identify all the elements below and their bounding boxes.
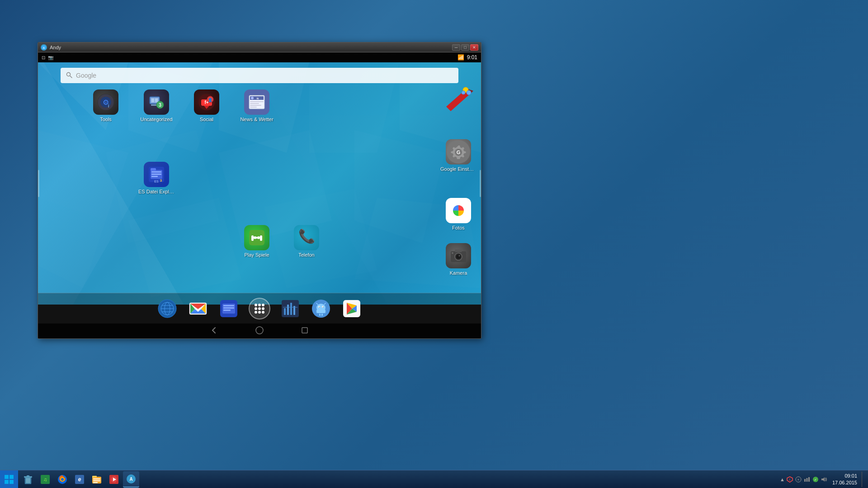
android-emulator: ⊡ 📷 📶 9:01 <box>38 52 481 338</box>
dock-gmail[interactable] <box>187 298 209 319</box>
search-icon <box>66 72 72 80</box>
recent-apps-button[interactable] <box>300 326 309 337</box>
svg-point-90 <box>258 304 261 306</box>
svg-rect-129 <box>9 480 14 484</box>
maximize-button[interactable]: □ <box>461 44 469 51</box>
wifi-icon: 📶 <box>458 54 464 61</box>
dock-andy-robot[interactable] <box>310 298 332 319</box>
app-camera[interactable]: Kamera <box>440 243 476 276</box>
app-tools[interactable]: ⚙ i Tools <box>88 89 124 122</box>
social-label: Social <box>200 117 213 122</box>
svg-rect-116 <box>321 314 323 316</box>
google-settings-label: Google Einstell... <box>440 166 476 172</box>
start-button[interactable] <box>0 470 18 488</box>
svg-rect-52 <box>151 168 156 171</box>
svg-rect-114 <box>324 310 326 313</box>
taskbar-firefox[interactable] <box>54 471 71 488</box>
taskbar-recycle-bin[interactable] <box>20 471 36 488</box>
system-clock[interactable]: 09:01 17.06.2015 <box>830 473 860 486</box>
svg-rect-144 <box>92 476 97 478</box>
status-right: 📶 9:01 <box>458 54 477 61</box>
dock-play-store[interactable] <box>341 298 363 319</box>
svg-rect-38 <box>250 101 264 102</box>
svg-rect-127 <box>9 475 14 479</box>
uncategorized-label: Uncategorized <box>141 117 173 122</box>
svg-rect-106 <box>317 308 325 313</box>
svg-line-16 <box>70 76 72 78</box>
svg-rect-49 <box>151 171 161 173</box>
svg-rect-23 <box>151 99 154 102</box>
svg-point-95 <box>255 311 257 314</box>
left-scroll-indicator <box>38 170 39 197</box>
tray-green-icon[interactable]: ✓ <box>812 476 819 483</box>
svg-point-97 <box>262 311 264 314</box>
app-phone[interactable]: 📞 Telefon <box>288 225 325 258</box>
app-news-wetter[interactable]: N News & Wetter <box>239 89 275 122</box>
home-button[interactable] <box>255 326 264 337</box>
svg-point-89 <box>255 304 257 306</box>
phone-label: Telefon <box>298 252 314 258</box>
tray-security-icon[interactable]: ! <box>786 476 793 483</box>
taskbar-file-manager[interactable] <box>89 471 105 488</box>
search-placeholder: Google <box>76 72 96 79</box>
app-social[interactable]: f+ 👤 Social <box>189 89 225 122</box>
tray-icon-1[interactable]: ✕ <box>795 476 802 483</box>
app-play-spiele[interactable]: Play Spiele <box>239 225 275 258</box>
title-bar: A Andy ─ □ ✕ <box>38 42 481 52</box>
search-bar[interactable]: Google <box>61 68 458 83</box>
svg-point-124 <box>256 327 263 334</box>
back-button[interactable] <box>210 326 219 337</box>
window-controls: ─ □ ✕ <box>452 44 478 51</box>
svg-rect-67 <box>455 249 462 252</box>
app-es-file[interactable]: ES 3 ES Datei Explor... <box>138 162 175 194</box>
taskbar-media[interactable] <box>106 471 122 488</box>
close-button[interactable]: ✕ <box>470 44 478 51</box>
svg-text:!: ! <box>789 478 790 481</box>
window-title: Andy <box>50 45 449 50</box>
play-spiele-icon-img <box>244 225 269 250</box>
show-desktop-button[interactable] <box>862 472 864 487</box>
book-icon-img <box>443 85 474 112</box>
svg-text:A: A <box>129 477 132 482</box>
svg-point-93 <box>258 307 261 310</box>
app-uncategorized[interactable]: 3 Uncategorized <box>138 89 175 122</box>
clock-date: 17.06.2015 <box>832 479 857 486</box>
app-photos[interactable]: Fotos <box>440 198 476 230</box>
dock-es-file[interactable] <box>218 298 240 319</box>
minimize-button[interactable]: ─ <box>452 44 460 51</box>
taskbar-winamp[interactable]: ♫ <box>37 471 53 488</box>
tools-icon-img: ⚙ i <box>93 89 118 115</box>
status-time: 9:01 <box>467 54 477 61</box>
status-left-icons: ⊡ 📷 <box>42 55 53 60</box>
notification-icon-1: ⊡ <box>42 55 45 60</box>
es-icon-img: ES 3 <box>144 162 169 187</box>
svg-point-140 <box>61 478 64 481</box>
clock-time: 09:01 <box>832 473 857 479</box>
svg-rect-126 <box>5 475 9 479</box>
taskbar-ie[interactable]: e <box>71 471 88 488</box>
svg-rect-86 <box>223 305 234 306</box>
svg-point-15 <box>67 72 71 76</box>
taskbar-andy-app[interactable]: A <box>123 471 139 488</box>
tray-volume-icon[interactable] <box>821 476 828 483</box>
svg-point-71 <box>459 255 460 257</box>
svg-text:✓: ✓ <box>814 478 817 481</box>
svg-text:3: 3 <box>159 103 161 108</box>
app-google-settings[interactable]: G Google Einstell... <box>440 139 476 172</box>
svg-text:A: A <box>43 46 45 49</box>
taskbar-icons: ♫ e <box>18 471 776 488</box>
svg-text:G: G <box>457 150 461 155</box>
dock-adb[interactable] <box>279 298 301 319</box>
tray-expand-icon[interactable]: ▲ <box>780 477 785 482</box>
svg-rect-99 <box>284 308 286 315</box>
app-book[interactable] <box>440 85 476 114</box>
svg-rect-146 <box>93 480 100 481</box>
tray-network-icon[interactable] <box>803 476 811 483</box>
play-spiele-label: Play Spiele <box>244 252 269 258</box>
dock-browser[interactable] <box>156 298 178 319</box>
phone-icon-img: 📞 <box>294 225 319 250</box>
svg-text:ES: ES <box>154 180 159 183</box>
svg-point-45 <box>467 90 471 95</box>
svg-text:📞: 📞 <box>298 229 316 244</box>
dock-all-apps[interactable] <box>249 298 270 319</box>
